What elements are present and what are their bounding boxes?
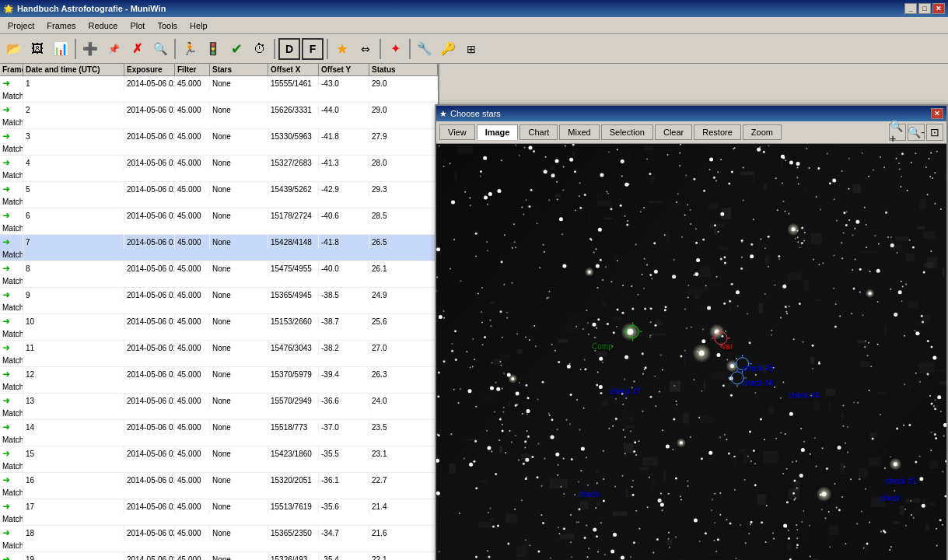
col-datetime: Date and time (UTC) — [23, 64, 124, 75]
table-row[interactable]: ➜ 11 2014-05-06 01:54:40 45.000 None 154… — [0, 341, 438, 367]
open-stack-button[interactable]: 📊 — [50, 38, 72, 60]
open-folder-button[interactable]: 📂 — [3, 38, 25, 60]
table-row[interactable]: ➜ 10 2014-05-06 01:53:52 45.000 None 151… — [0, 314, 438, 341]
menu-tools[interactable]: Tools — [151, 19, 184, 32]
cell-stars: 15475/4955 — [268, 261, 319, 275]
cell-exposure: 45.000 — [175, 341, 210, 355]
cell-frame: 16 — [23, 473, 124, 487]
menu-reduce[interactable]: Reduce — [82, 19, 124, 32]
row-arrow: ➜ — [2, 448, 10, 459]
zoom-fit-button[interactable]: ⊡ — [926, 124, 943, 141]
var-red-button[interactable]: ✦ — [384, 38, 406, 60]
table-row[interactable]: ➜ 18 2014-05-06 02:00:17 45.000 None 153… — [0, 526, 438, 552]
cell-offsety: 26.3 — [369, 367, 438, 381]
cell-frame: 6 — [23, 208, 124, 222]
cell-frame: 12 — [23, 367, 124, 381]
cell-offsetx: -38.5 — [319, 288, 369, 302]
menu-help[interactable]: Help — [184, 19, 214, 32]
col-stars: Stars — [210, 64, 268, 75]
zoom-in-button[interactable]: 🔍+ — [889, 124, 906, 141]
table-row[interactable]: ➜ 4 2014-05-06 01:49:03 45.000 None 1532… — [0, 156, 438, 182]
cell-offsetx: -38.7 — [319, 314, 369, 328]
row-arrow: ➜ — [2, 210, 10, 221]
table-row[interactable]: ➜ 7 2014-05-06 01:51:27 45.000 None 1542… — [0, 235, 438, 261]
table-row[interactable]: ➜ 14 2014-05-06 01:57:04 45.000 None 155… — [0, 420, 438, 446]
tab-selection[interactable]: Selection — [601, 124, 653, 140]
tab-image[interactable]: Image — [477, 124, 519, 140]
cell-frame: 4 — [23, 156, 124, 170]
arrows-button[interactable]: ⇔ — [355, 38, 376, 60]
table-row[interactable]: ➜ 9 2014-05-06 01:53:04 45.000 None 1536… — [0, 288, 438, 314]
add-frame-button[interactable]: ➕ — [79, 38, 101, 60]
cell-datetime: 2014-05-06 01:50:39 — [124, 208, 175, 222]
table-row[interactable]: ➜ 3 2014-05-06 01:48:15 45.000 None 1533… — [0, 129, 438, 156]
star-button[interactable]: ★ — [331, 38, 353, 60]
tab-clear[interactable]: Clear — [655, 124, 692, 140]
tab-chart[interactable]: Chart — [519, 124, 558, 140]
cell-offsety: 28.5 — [369, 208, 438, 222]
menu-project[interactable]: Project — [2, 19, 40, 32]
tab-restore[interactable]: Restore — [694, 124, 741, 140]
dialog-close-button[interactable]: ✕ — [931, 108, 943, 119]
cell-exposure: 45.000 — [175, 261, 210, 275]
table-row[interactable]: ➜ 8 2014-05-06 01:52:15 45.000 None 1547… — [0, 261, 438, 288]
dialog-toolbar: View Image Chart Mixed Selection Clear R… — [436, 121, 946, 144]
delete-button[interactable]: ✗ — [126, 38, 148, 60]
cell-exposure: 45.000 — [175, 526, 210, 540]
table-row[interactable]: ➜ 13 2014-05-06 01:56:16 45.000 None 155… — [0, 394, 438, 420]
cell-frame: 18 — [23, 526, 124, 540]
cell-frame: 9 — [23, 288, 124, 302]
clock-button[interactable]: ⏱ — [249, 38, 271, 60]
traffic-light-button[interactable]: 🚦 — [202, 38, 224, 60]
table-row[interactable]: ➜ 5 2014-05-06 01:49:51 45.000 None 1543… — [0, 182, 438, 208]
table-row[interactable]: ➜ 16 2014-05-06 01:58:41 45.000 None 153… — [0, 473, 438, 499]
cell-offsetx: -41.8 — [319, 235, 369, 249]
grid-button[interactable]: ⊞ — [460, 38, 482, 60]
zoom-out-button[interactable]: 🔍- — [908, 124, 925, 141]
tab-mixed[interactable]: Mixed — [559, 124, 599, 140]
cell-offsety: 23.1 — [369, 446, 438, 460]
close-button[interactable]: ✕ — [932, 3, 945, 14]
run-button[interactable]: 🏃 — [179, 38, 201, 60]
catalog-d-button[interactable]: D — [278, 38, 300, 60]
cell-filter: None — [210, 182, 268, 196]
table-row[interactable]: ➜ 15 2014-05-06 01:57:52 45.000 None 154… — [0, 446, 438, 473]
table-row[interactable]: ➜ 2 2014-05-06 01:47:26 45.000 None 1562… — [0, 103, 438, 129]
cell-exposure: 45.000 — [175, 446, 210, 460]
table-row[interactable]: ➜ 19 2014-05-06 02:01:05 45.000 None 153… — [0, 552, 438, 560]
menu-plot[interactable]: Plot — [124, 19, 151, 32]
cell-status: Matching OK (15 % stars m — [0, 540, 23, 551]
check-button[interactable]: ✔ — [226, 38, 247, 60]
table-row[interactable]: ➜ 1 2014-05-06 01:46:38 45.000 None 1555… — [0, 76, 438, 103]
tools2-button[interactable]: 🔑 — [437, 38, 459, 60]
row-arrow: ➜ — [2, 78, 10, 89]
cell-stars: 15428/4148 — [268, 235, 319, 249]
cell-status: Matching OK (18 % stars m — [0, 328, 23, 340]
menu-frames[interactable]: Frames — [40, 19, 82, 32]
cell-stars: 15555/1461 — [268, 76, 319, 90]
row-arrow: ➜ — [2, 236, 10, 247]
tab-view[interactable]: View — [439, 124, 475, 140]
cell-exposure: 45.000 — [175, 473, 210, 487]
cell-exposure: 45.000 — [175, 288, 210, 302]
row-arrow: ➜ — [2, 501, 10, 512]
insert-frame-button[interactable]: 📌 — [103, 38, 124, 60]
maximize-button[interactable]: □ — [918, 3, 931, 14]
tab-zoom[interactable]: Zoom — [743, 124, 782, 140]
minimize-button[interactable]: _ — [904, 3, 917, 14]
cell-datetime: 2014-05-06 02:01:05 — [124, 552, 175, 560]
table-row[interactable]: ➜ 6 2014-05-06 01:50:39 45.000 None 1517… — [0, 208, 438, 235]
row-arrow: ➜ — [2, 289, 10, 300]
catalog-f-button[interactable]: F — [302, 38, 324, 60]
cell-filter: None — [210, 446, 268, 460]
table-row[interactable]: ➜ 17 2014-05-06 01:59:29 45.000 None 155… — [0, 499, 438, 526]
table-header: Frame # Date and time (UTC) Exposure Fil… — [0, 64, 438, 76]
table-row[interactable]: ➜ 12 2014-05-06 01:55:28 45.000 None 153… — [0, 367, 438, 394]
search-button[interactable]: 🔍 — [149, 38, 171, 60]
tools1-button[interactable]: 🔧 — [414, 38, 436, 60]
open-fits-button[interactable]: 🖼 — [26, 38, 48, 60]
cell-exposure: 45.000 — [175, 499, 210, 513]
row-arrow: ➜ — [2, 527, 10, 538]
cell-stars: 15365/2350 — [268, 526, 319, 540]
cell-filter: None — [210, 341, 268, 355]
